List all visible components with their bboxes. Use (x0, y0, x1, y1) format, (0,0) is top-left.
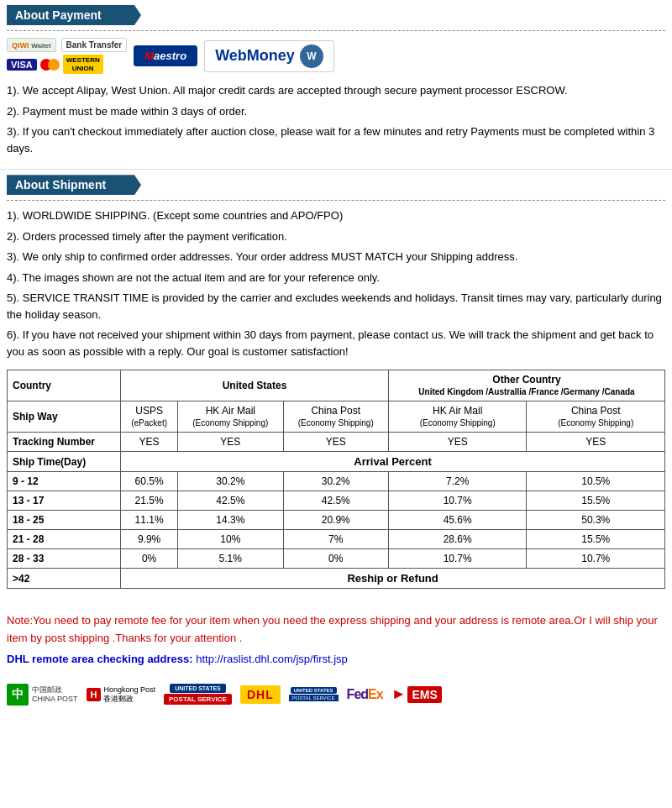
payment-logos: QIWI Wallet Bank Transfer VISA WESTERNUN… (7, 38, 665, 74)
tracking-label: Tracking Number (8, 433, 121, 452)
fedex-logo: FedEx (347, 687, 383, 702)
v4-cell: 28.6% (388, 530, 527, 549)
tracking-yes3: YES (283, 433, 388, 452)
table-body: 9 - 12 60.5% 30.2% 30.2% 7.2% 10.5% 13 -… (8, 472, 665, 589)
webmoney-logo: WebMoney W (204, 40, 334, 72)
col-country: Country (8, 370, 121, 401)
note-text: Note:You need to pay remote fee for your… (7, 612, 665, 648)
visa-mc-wu-row: VISA WESTERNUNION (7, 55, 103, 74)
shipment-line2: 2). Orders processed timely after the pa… (7, 228, 665, 245)
days-cell: >42 (8, 569, 121, 589)
v5-cell: 50.3% (527, 511, 665, 530)
usps-icon: UNITED STATES (170, 684, 226, 693)
v1-cell: 60.5% (121, 472, 178, 491)
ship-way-label: Ship Way (8, 401, 121, 433)
qiwi-logo: QIWI Wallet (7, 38, 56, 52)
usps-postal-icon: POSTAL SERVICE (164, 694, 232, 705)
china-post-other-cell: China Post (Economy Shipping) (527, 401, 665, 433)
v3-cell: 30.2% (283, 472, 388, 491)
hk-air-other-cell: HK Air Mail (Economy Shipping) (388, 401, 527, 433)
maestro-logo: Maestro (134, 45, 197, 66)
china-post-text: 中国邮政CHINA POST (32, 685, 78, 704)
dhl-link-line: DHL remote area checking address: http:/… (7, 653, 665, 665)
v4-cell: 10.7% (388, 549, 527, 569)
days-cell: 13 - 17 (8, 491, 121, 511)
v4-cell: 7.2% (388, 472, 527, 491)
v1-cell: 9.9% (121, 530, 178, 549)
payment-line1: 1). We accept Alipay, West Union. All ma… (7, 82, 665, 99)
v3-cell: 20.9% (283, 511, 388, 530)
shipment-line1: 1). WORLDWIDE SHIPPING. (Except some cou… (7, 207, 665, 224)
shipment-header: About Shipment (7, 175, 141, 195)
shipment-line6: 6). If you have not received your shipme… (7, 327, 665, 359)
reship-cell: Reship or Refund (121, 569, 665, 589)
hk-air-cell: HK Air Mail (Economy Shipping) (178, 401, 283, 433)
note-section: Note:You need to pay remote fee for your… (0, 609, 672, 679)
v1-cell: 11.1% (121, 511, 178, 530)
webmoney-text: WebMoney (215, 47, 295, 65)
v2-cell: 42.5% (178, 491, 283, 511)
usps-logo: UNITED STATES POSTAL SERVICE (164, 684, 232, 705)
tracking-yes4: YES (388, 433, 527, 452)
v1-cell: 21.5% (121, 491, 178, 511)
v1-cell: 0% (121, 549, 178, 569)
mastercard-logo (40, 59, 60, 71)
v5-cell: 10.5% (527, 472, 665, 491)
table-row: 21 - 28 9.9% 10% 7% 28.6% 15.5% (8, 530, 665, 549)
usps-sub: (ePacket) (131, 418, 167, 428)
tracking-yes1: YES (121, 433, 178, 452)
payment-line2: 2). Payment must be made within 3 days o… (7, 103, 665, 120)
bank-transfer-logo: Bank Transfer (61, 38, 128, 52)
china-post-other-sub: (Economy Shipping) (558, 418, 633, 428)
hk-post-logo: H Hongkong Post香港郵政 (87, 685, 156, 704)
arrival-percent-label: Arrival Percent (121, 452, 665, 472)
payment-text: 1). We accept Alipay, West Union. All ma… (7, 82, 665, 156)
china-post-us-sub: (Economy Shipping) (298, 418, 374, 428)
hk-air-other-sub: (Economy Shipping) (420, 418, 496, 428)
qiwi-western-union-group: QIWI Wallet Bank Transfer VISA WESTERNUN… (7, 38, 127, 74)
v5-cell: 10.7% (527, 549, 665, 569)
china-post-logo: 中 中国邮政CHINA POST (7, 684, 78, 706)
v4-cell: 10.7% (388, 491, 527, 511)
ship-time-label: Ship Time(Day) (8, 452, 121, 472)
ems-logo: ► EMS (391, 685, 442, 703)
days-cell: 9 - 12 (8, 472, 121, 491)
v2-cell: 30.2% (178, 472, 283, 491)
shipment-section: About Shipment 1). WORLDWIDE SHIPPING. (… (0, 170, 672, 609)
carrier-logos: 中 中国邮政CHINA POST H Hongkong Post香港郵政 UNI… (0, 679, 672, 711)
shipment-line5: 5). SERVICE TRANSIT TIME is provided by … (7, 290, 665, 323)
usps2-logo: UNITED STATES POSTAL SERVICE (289, 687, 339, 701)
v5-cell: 15.5% (527, 491, 665, 511)
western-union-logo: WESTERNUNION (63, 55, 103, 74)
table-row: 28 - 33 0% 5.1% 0% 10.7% 10.7% (8, 549, 665, 569)
v3-cell: 0% (283, 549, 388, 569)
v2-cell: 10% (178, 530, 283, 549)
v5-cell: 15.5% (527, 530, 665, 549)
days-cell: 28 - 33 (8, 549, 121, 569)
shipment-line4: 4). The images shown are not the actual … (7, 270, 665, 286)
payment-line3: 3). If you can't checkout immediately af… (7, 123, 665, 156)
dhl-logo: DHL (240, 685, 281, 704)
v4-cell: 45.6% (388, 511, 527, 530)
col-us: United States (121, 370, 389, 401)
v2-cell: 5.1% (178, 549, 283, 569)
china-post-icon: 中 (7, 684, 29, 706)
tracking-yes5: YES (527, 433, 665, 452)
payment-section: About Payment QIWI Wallet Bank Transfer … (0, 0, 672, 170)
table-row: 13 - 17 21.5% 42.5% 42.5% 10.7% 15.5% (8, 491, 665, 511)
visa-logo: VISA (7, 59, 37, 71)
china-post-us-cell: China Post (Economy Shipping) (283, 401, 388, 433)
table-row: 18 - 25 11.1% 14.3% 20.9% 45.6% 50.3% (8, 511, 665, 530)
hk-post-icon: H (87, 688, 102, 701)
days-cell: 21 - 28 (8, 530, 121, 549)
shipping-table: Country United States Other Country Unit… (7, 370, 665, 589)
payment-header: About Payment (7, 5, 141, 25)
v3-cell: 42.5% (283, 491, 388, 511)
v2-cell: 14.3% (178, 511, 283, 530)
table-row: >42 Reship or Refund (8, 569, 665, 589)
col-other: Other Country United Kingdom /Australlia… (388, 370, 664, 401)
dhl-label: DHL remote area checking address: (7, 653, 193, 665)
webmoney-icon: W (300, 45, 323, 68)
v3-cell: 7% (283, 530, 388, 549)
qiwi-bank-row: QIWI Wallet Bank Transfer (7, 38, 127, 52)
